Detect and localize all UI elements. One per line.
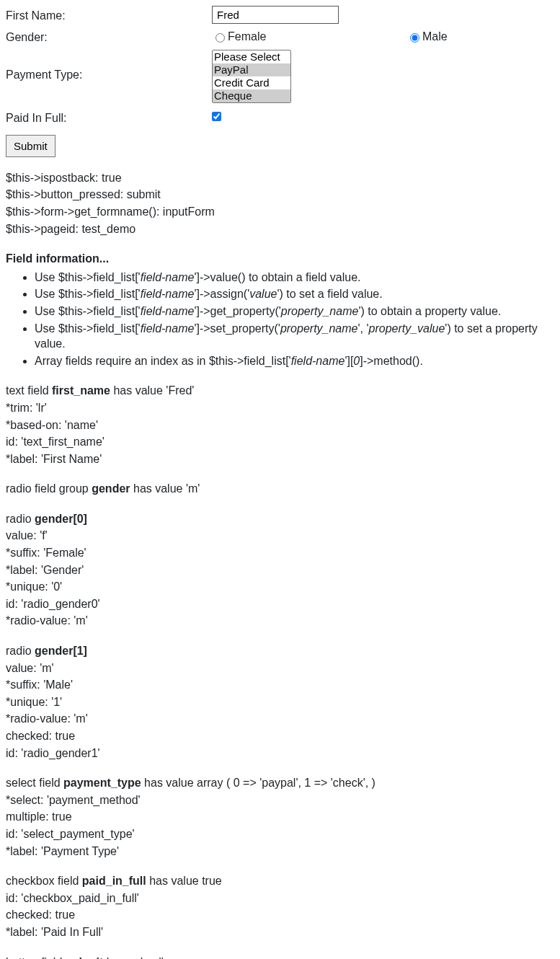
payment-type-prop: id: 'select_payment_type' [6, 826, 554, 842]
field-info-item: Use $this->field_list['field-name']->get… [35, 304, 554, 319]
gender0-prop: *unique: '0' [6, 579, 554, 595]
gender1-prop: *radio-value: 'm' [6, 711, 554, 727]
gender0-prop: *label: 'Gender' [6, 562, 554, 578]
field-info-list: Use $this->field_list['field-name']->val… [6, 270, 554, 369]
gender-label: Gender: [6, 28, 212, 45]
payment-type-prop: *label: 'Payment Type' [6, 844, 554, 859]
paid-in-full-checkbox[interactable] [212, 112, 221, 121]
first-name-prop: *label: 'First Name' [6, 451, 554, 467]
payment-type-heading: select field payment_type has value arra… [6, 775, 554, 791]
gender0-prop: id: 'radio_gender0' [6, 596, 554, 612]
gender-option-female[interactable]: Female [212, 29, 406, 45]
debug-formname: $this->form->get_formname(): inputForm [6, 204, 554, 220]
gender0-heading: radio gender[0] [6, 511, 554, 527]
paid-in-full-heading: checkbox field paid_in_full has value tr… [6, 873, 554, 889]
gender1-prop: value: 'm' [6, 660, 554, 676]
gender0-prop: *suffix: 'Female' [6, 545, 554, 561]
debug-button-pressed: $this->button_pressed: submit [6, 187, 554, 203]
gender-option-male[interactable]: Male [406, 29, 560, 45]
payment-type-label: Payment Type: [6, 50, 212, 83]
payment-type-select[interactable]: Please Select PayPal Credit Card Cheque [212, 50, 291, 103]
first-name-label: First Name: [6, 6, 212, 24]
payment-type-prop: *select: 'payment_method' [6, 792, 554, 808]
payment-type-prop: multiple: true [6, 809, 554, 825]
payment-option-credit-card[interactable]: Credit Card [213, 76, 290, 89]
first-name-input[interactable] [212, 6, 339, 24]
field-info-item: Use $this->field_list['field-name']->set… [35, 321, 554, 352]
gender-radio-male[interactable] [410, 33, 419, 43]
gender1-prop: *suffix: 'Male' [6, 677, 554, 693]
field-info-item: Use $this->field_list['field-name']->ass… [35, 286, 554, 302]
paid-in-full-prop: checked: true [6, 907, 554, 923]
paid-in-full-label: Paid In Full: [6, 109, 212, 126]
paid-in-full-prop: id: 'checkbox_paid_in_full' [6, 890, 554, 906]
gender1-prop: *unique: '1' [6, 694, 554, 710]
payment-option-paypal[interactable]: PayPal [213, 63, 290, 76]
gender0-prop: *radio-value: 'm' [6, 613, 554, 629]
debug-ispostback: $this->ispostback: true [6, 170, 554, 186]
payment-option-please-select[interactable]: Please Select [213, 50, 290, 63]
submit-heading: button field submit has value '' [6, 955, 554, 959]
first-name-prop: id: 'text_first_name' [6, 434, 554, 450]
first-name-heading: text field first_name has value 'Fred' [6, 383, 554, 399]
gender-group-heading: radio field group gender has value 'm' [6, 481, 554, 497]
submit-button[interactable]: Submit [6, 135, 55, 157]
gender-radio-female-label: Female [228, 29, 266, 45]
gender1-prop: id: 'radio_gender1' [6, 746, 554, 761]
payment-option-cheque[interactable]: Cheque [213, 89, 290, 102]
gender-radio-male-label: Male [422, 29, 448, 45]
debug-pageid: $this->pageid: test_demo [6, 221, 554, 237]
gender-radio-female[interactable] [215, 33, 225, 43]
gender0-prop: value: 'f' [6, 528, 554, 544]
gender1-heading: radio gender[1] [6, 643, 554, 659]
field-info-heading: Field information... [6, 251, 554, 267]
paid-in-full-prop: *label: 'Paid In Full' [6, 924, 554, 940]
first-name-prop: *based-on: 'name' [6, 417, 554, 433]
field-info-item: Array fields require an index as in $thi… [35, 353, 554, 369]
field-info-item: Use $this->field_list['field-name']->val… [35, 270, 554, 286]
first-name-prop: *trim: 'lr' [6, 400, 554, 416]
gender1-prop: checked: true [6, 728, 554, 744]
